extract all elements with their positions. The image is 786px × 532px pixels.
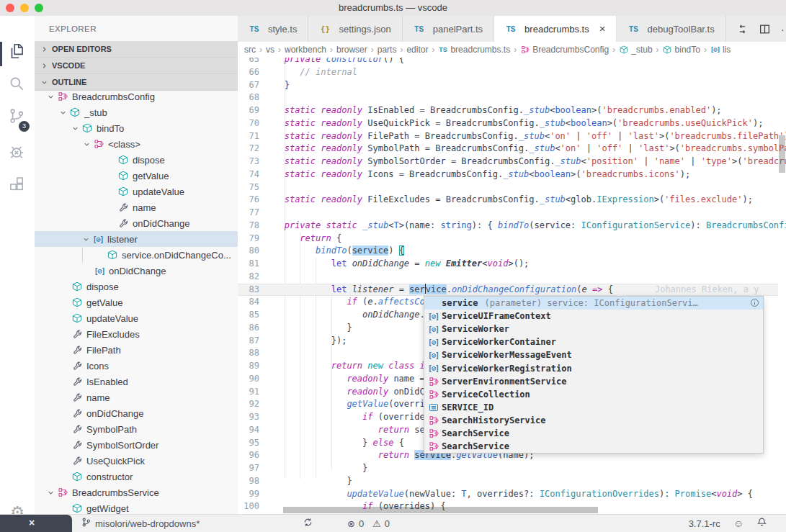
vertical-scrollbar[interactable] <box>779 135 785 173</box>
tab-panelPart.ts[interactable]: TSpanelPart.ts <box>403 16 494 42</box>
outline-item[interactable]: onDidChange <box>35 215 238 231</box>
code-line-74[interactable]: 74 static readonly Icons = BreadcrumbsCo… <box>238 168 786 181</box>
search-icon[interactable] <box>7 74 27 94</box>
breadcrumb-item-lis[interactable]: [⊘]lis <box>710 45 731 55</box>
suggest-item-service[interactable]: service(parameter) service: IConfigurati… <box>424 297 763 310</box>
outline-item[interactable]: Icons <box>35 358 238 374</box>
debug-icon[interactable] <box>7 143 27 163</box>
code-line-67[interactable]: 67 } <box>238 79 786 92</box>
tab-settings.json[interactable]: {}settings.json <box>308 16 402 42</box>
breadcrumb-item-src[interactable]: src <box>244 45 256 55</box>
code-line-83[interactable]: 83 let listener = service.onDidChangeCon… <box>238 284 786 297</box>
open-changes-icon[interactable] <box>736 23 749 35</box>
code-line-97[interactable]: 97 } <box>238 462 786 475</box>
code-line-82[interactable]: 82 <box>238 271 786 284</box>
code-line-75[interactable]: 75 <box>238 181 786 194</box>
code-line-99[interactable]: 99 updateValue(newValue: T, overrides?: … <box>238 488 786 501</box>
code-line-73[interactable]: 73 static readonly SymbolSortOrder = Bre… <box>238 155 786 168</box>
code-line-80[interactable]: 80 bindTo(service) { <box>238 245 786 258</box>
suggest-item-SearchService[interactable]: SearchService <box>424 427 763 440</box>
outline-item[interactable]: getValue <box>35 168 238 184</box>
version-status[interactable]: 3.7.1-rc <box>689 518 720 529</box>
code-line-72[interactable]: 72 static readonly SymbolPath = Breadcru… <box>238 143 786 155</box>
outline-item[interactable]: _stub <box>35 104 238 120</box>
outline-item[interactable]: name <box>35 389 238 405</box>
outline-item[interactable]: [⊘]onDidChange <box>35 263 238 279</box>
suggest-item-ServiceUIFrameContext[interactable]: [⊘]ServiceUIFrameContext <box>424 310 763 323</box>
line-number: 84 <box>238 296 269 309</box>
outline-item[interactable]: BreadcrumbsConfig <box>35 89 238 104</box>
outline-item[interactable]: BreadcrumbsService <box>35 484 238 500</box>
suggest-item-ServiceWorkerMessageEvent[interactable]: [⊘]ServiceWorkerMessageEvent <box>424 348 763 361</box>
outline-item[interactable]: UseQuickPick <box>35 453 238 469</box>
outline-item[interactable]: getValue <box>35 294 238 310</box>
code-line-100[interactable]: 100 if (overrides) { <box>238 500 786 513</box>
outline-item[interactable]: updateValue <box>35 310 238 326</box>
suggest-item-ServiceWorker[interactable]: [⊘]ServiceWorker <box>424 323 763 335</box>
outline-item[interactable]: [⊘]listener <box>35 231 238 247</box>
breadcrumb-item-workbench[interactable]: workbench <box>285 45 326 55</box>
code-editor[interactable]: 65 private constructor() {66 // internal… <box>238 42 786 515</box>
problems-status[interactable]: ⊗ 0 ⚠ 0 <box>347 515 390 532</box>
code-line-81[interactable]: 81 let onDidChange = new Emitter<void>()… <box>238 258 786 271</box>
code-line-66[interactable]: 66 // internal <box>238 66 786 79</box>
code-line-68[interactable]: 68 <box>238 91 786 104</box>
tab-debugToolBar.ts[interactable]: TSdebugToolBar.ts <box>617 16 725 42</box>
breadcrumb-item-breadcrumbs.ts[interactable]: TSbreadcrumbs.ts <box>438 45 510 55</box>
breadcrumb-item-editor[interactable]: editor <box>406 45 428 55</box>
outline-item-label: <class> <box>108 139 140 150</box>
git-branch-status[interactable]: misolori/web-dropdowns* <box>81 515 200 532</box>
outline-item-label: FileExcludes <box>86 329 140 340</box>
suggest-item-ServiceWorkerRegistration[interactable]: [⊘]ServiceWorkerRegistration <box>424 361 763 374</box>
outline-item[interactable]: updateValue <box>35 184 238 199</box>
breadcrumb-item-parts[interactable]: parts <box>378 45 397 55</box>
code-line-71[interactable]: 71 static readonly FilePath = Breadcrumb… <box>238 130 786 143</box>
feedback-smiley-icon[interactable]: ☺ <box>733 518 743 529</box>
suggest-item-ServerEnvironmentService[interactable]: ServerEnvironmentService <box>424 375 763 388</box>
outline-item[interactable]: dispose <box>35 152 238 168</box>
outline-item[interactable]: FileExcludes <box>35 326 238 342</box>
code-line-70[interactable]: 70 static readonly UseQuickPick = Breadc… <box>238 117 786 130</box>
outline-item[interactable]: bindTo <box>35 120 238 136</box>
suggest-item-SearchService[interactable]: SearchService <box>424 440 763 453</box>
outline-item[interactable]: onDidChange <box>35 405 238 421</box>
outline-item[interactable]: SymbolPath <box>35 421 238 437</box>
code-line-79[interactable]: 79 return { <box>238 233 786 245</box>
extensions-icon[interactable] <box>7 175 27 195</box>
notifications-bell-icon[interactable] <box>756 517 767 530</box>
tab-breadcrumbs.ts[interactable]: TSbreadcrumbs.ts× <box>494 16 617 42</box>
sync-status[interactable] <box>303 515 313 532</box>
outline-item[interactable]: constructor <box>35 469 238 484</box>
code-line-69[interactable]: 69 static readonly IsEnabled = Breadcrum… <box>238 104 786 117</box>
outline-item[interactable]: SymbolSortOrder <box>35 437 238 453</box>
breadcrumb-item-_stub[interactable]: _stub <box>619 45 652 55</box>
breadcrumb-item-browser[interactable]: browser <box>336 45 367 55</box>
section-header-open-editors[interactable]: OPEN EDITORS <box>35 41 238 58</box>
outline-item[interactable]: IsEnabled <box>35 374 238 389</box>
close-tab-icon[interactable]: × <box>599 24 606 34</box>
code-line-78[interactable]: 78 private static _stub<T>(name: string)… <box>238 220 786 233</box>
section-header-vscode[interactable]: VSCODE <box>35 58 238 74</box>
explorer-icon[interactable] <box>7 42 27 62</box>
breadcrumb-item-vs[interactable]: vs <box>266 45 274 55</box>
outline-item[interactable]: name <box>35 199 238 215</box>
suggest-item-SearchHistoryService[interactable]: SearchHistoryService <box>424 414 763 427</box>
breadcrumb-item-BreadcrumbsConfig[interactable]: BreadcrumbsConfig <box>520 45 609 55</box>
outline-item[interactable]: getWidget <box>35 500 238 515</box>
code-line-77[interactable]: 77 <box>238 207 786 220</box>
remote-indicator[interactable]: × <box>0 515 72 532</box>
breadcrumb-item-bindTo[interactable]: bindTo <box>663 45 700 55</box>
outline-item[interactable]: service.onDidChangeCo... <box>35 247 238 263</box>
suggest-item-SERVICE_ID[interactable]: SERVICE_ID <box>424 401 763 414</box>
more-actions-icon[interactable]: ··· <box>781 23 786 35</box>
outline-item[interactable]: <class> <box>35 136 238 152</box>
outline-item[interactable]: FilePath <box>35 342 238 358</box>
outline-item[interactable]: dispose <box>35 279 238 294</box>
info-icon[interactable] <box>750 298 760 308</box>
code-line-98[interactable]: 98 } <box>238 475 786 488</box>
suggest-item-ServiceWorkerContainer[interactable]: [⊘]ServiceWorkerContainer <box>424 335 763 348</box>
split-editor-icon[interactable] <box>759 23 771 35</box>
tab-style.ts[interactable]: TSstyle.ts <box>238 16 308 42</box>
suggest-item-ServiceCollection[interactable]: ServiceCollection <box>424 388 763 401</box>
code-line-76[interactable]: 76 static readonly FileExcludes = Breadc… <box>238 194 786 207</box>
